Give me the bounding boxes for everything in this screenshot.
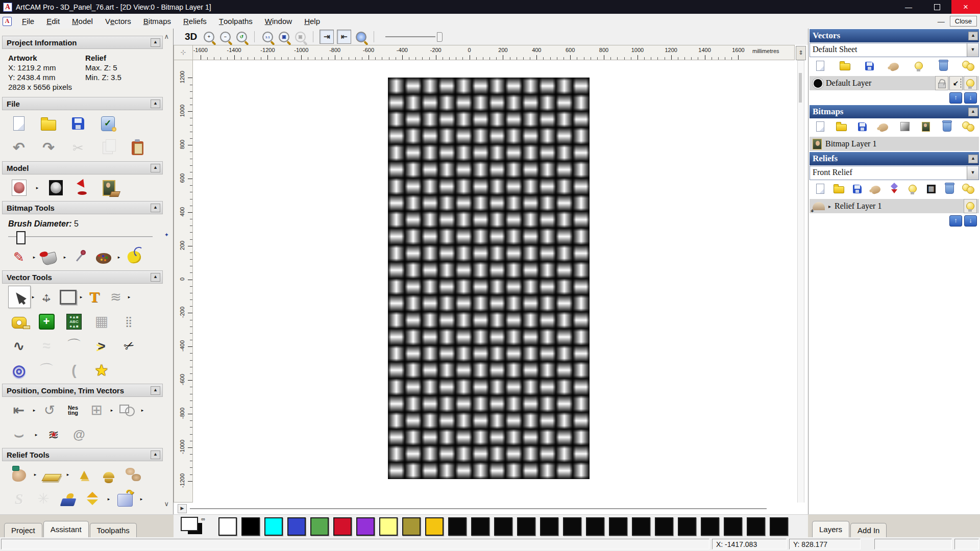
- nesting-button[interactable]: Nes ting: [62, 399, 84, 421]
- sheet-select[interactable]: Default Sheet ▼: [810, 43, 979, 57]
- menu-window[interactable]: Window: [259, 14, 298, 29]
- offset-relief-button[interactable]: [57, 488, 79, 510]
- paste-button[interactable]: [127, 137, 148, 159]
- zoom-objects-button[interactable]: [293, 30, 307, 43]
- three-point-arc-button[interactable]: (: [63, 360, 85, 381]
- panel-scroll-down-icon[interactable]: ∨: [164, 500, 169, 508]
- relief-texture-button[interactable]: ▦: [925, 183, 938, 195]
- load-image-button[interactable]: [98, 177, 119, 198]
- create-rectangle-button[interactable]: [57, 286, 79, 308]
- text-along-curve-button[interactable]: ●▲■ ABC ●▲■: [63, 311, 85, 332]
- align-vectors-flyout[interactable]: ▸: [32, 408, 37, 413]
- delete-vector-layer-button[interactable]: [937, 60, 950, 72]
- open-relief-layer-button[interactable]: [832, 183, 845, 195]
- tab-toolpaths[interactable]: Toolpaths: [90, 523, 137, 538]
- new-relief-layer-button[interactable]: [814, 183, 827, 195]
- toggle-layer-visibility-button[interactable]: [912, 60, 925, 72]
- ruler-options-button[interactable]: ⇕: [796, 46, 806, 60]
- tab-add-in[interactable]: Add In: [850, 523, 887, 538]
- redo-button[interactable]: ↷: [38, 137, 59, 159]
- palette-swatch-15[interactable]: [563, 517, 581, 536]
- collapse-icon[interactable]: ▲: [151, 450, 160, 459]
- delete-relief-layer-button[interactable]: [943, 183, 957, 195]
- envelope-mesh-button[interactable]: ▦: [91, 311, 112, 332]
- save-vector-layer-button[interactable]: [863, 60, 876, 72]
- vertical-scrollbar-thumb[interactable]: [799, 73, 802, 103]
- flood-fill-flyout[interactable]: ▸: [62, 255, 67, 260]
- collapse-icon[interactable]: ▲: [151, 99, 160, 108]
- primary-secondary-colour-well[interactable]: ∞: [181, 517, 207, 536]
- palette-swatch-18[interactable]: [632, 517, 650, 536]
- palette-swatch-3[interactable]: [287, 517, 306, 536]
- menu-model[interactable]: Model: [66, 14, 99, 29]
- undo-button[interactable]: ↶: [8, 137, 30, 159]
- create-rectangle-flyout[interactable]: ▸: [79, 294, 84, 299]
- mdi-minimize-button[interactable]: —: [938, 17, 945, 26]
- scroll-right-button[interactable]: ▶: [178, 504, 187, 513]
- create-shape-button[interactable]: [41, 464, 62, 485]
- open-vector-layer-button[interactable]: [838, 60, 851, 72]
- palette-swatch-12[interactable]: [494, 517, 512, 536]
- palette-swatch-9[interactable]: [425, 517, 444, 536]
- tab-project[interactable]: Project: [4, 523, 42, 538]
- create-ring-button[interactable]: ◎: [8, 360, 30, 381]
- colour-palette-flyout[interactable]: ▸: [116, 255, 121, 260]
- snap-to-layer-button[interactable]: ↙: [949, 76, 963, 90]
- vector-doctor-button[interactable]: +: [36, 311, 57, 332]
- lock-layer-button[interactable]: [935, 76, 948, 90]
- primary-colour[interactable]: [181, 517, 198, 531]
- merge-relief-layers-button[interactable]: [869, 183, 883, 195]
- move-layer-up-button[interactable]: ↑: [949, 92, 962, 104]
- horizontal-scroll-track[interactable]: [190, 508, 767, 509]
- move-layer-down-button[interactable]: ↓: [964, 92, 977, 104]
- paste-relief-button[interactable]: [114, 488, 136, 510]
- menu-toolpaths[interactable]: Toolpaths: [213, 14, 259, 29]
- palette-swatch-11[interactable]: [471, 517, 489, 536]
- collapse-icon[interactable]: ▲: [968, 32, 978, 40]
- minimize-button[interactable]: —: [894, 0, 923, 14]
- collapse-icon[interactable]: ▲: [151, 164, 160, 172]
- weld-vectors-button[interactable]: [116, 399, 138, 421]
- colour-palette-button[interactable]: [93, 246, 114, 268]
- block-copy-flyout[interactable]: ▸: [109, 408, 114, 413]
- cut-button[interactable]: ✂: [67, 137, 89, 159]
- select-vectors-flyout[interactable]: ▸: [31, 294, 36, 299]
- scale-relief-button[interactable]: [82, 488, 103, 510]
- palette-swatch-0[interactable]: [218, 517, 237, 536]
- move-relief-up-button[interactable]: ↑: [949, 215, 962, 227]
- zoom-out-button[interactable]: [218, 30, 232, 43]
- chevron-down-icon[interactable]: ▼: [967, 43, 978, 57]
- palette-swatch-21[interactable]: [701, 517, 719, 536]
- menu-reliefs[interactable]: Reliefs: [177, 14, 213, 29]
- vector-layer-row[interactable]: Default Layer ↙: [810, 76, 979, 90]
- paint-button[interactable]: ✎: [8, 246, 30, 268]
- new-bitmap-layer-button[interactable]: [814, 120, 827, 133]
- new-model-button[interactable]: [8, 113, 30, 134]
- toggle-all-bitmaps-button[interactable]: [962, 120, 975, 133]
- transform-vectors-button[interactable]: ↔: [36, 286, 57, 308]
- close-button[interactable]: ×: [951, 0, 980, 14]
- toggle-all-layers-button[interactable]: [962, 60, 975, 72]
- create-polyline-button[interactable]: ∿: [8, 335, 30, 357]
- new-vector-layer-button[interactable]: [814, 60, 827, 72]
- zoom-fit-button[interactable]: [277, 30, 290, 43]
- snap-grid-toggle-button[interactable]: ⇥: [320, 30, 334, 44]
- save-relief-layer-button[interactable]: [851, 183, 864, 195]
- toggle-all-reliefs-button[interactable]: [962, 183, 975, 195]
- select-vectors-button[interactable]: [8, 286, 31, 308]
- model-properties-button[interactable]: ✓: [97, 113, 118, 134]
- save-bitmap-layer-button[interactable]: [856, 120, 869, 133]
- palette-swatch-5[interactable]: [333, 517, 352, 536]
- node-editing-button[interactable]: ⣿: [118, 311, 140, 332]
- paste-relief-flyout[interactable]: ▸: [139, 496, 144, 502]
- relief-visibility-button[interactable]: [906, 183, 919, 195]
- palette-swatch-19[interactable]: [655, 517, 673, 536]
- expand-icon[interactable]: ▸: [828, 204, 831, 209]
- menu-file[interactable]: File: [16, 14, 40, 29]
- menu-edit[interactable]: Edit: [40, 14, 66, 29]
- palette-swatch-7[interactable]: [379, 517, 398, 536]
- maximize-button[interactable]: [923, 0, 951, 14]
- palette-swatch-24[interactable]: [770, 517, 788, 536]
- lasso-select-button[interactable]: [124, 246, 145, 268]
- palette-swatch-6[interactable]: [356, 517, 375, 536]
